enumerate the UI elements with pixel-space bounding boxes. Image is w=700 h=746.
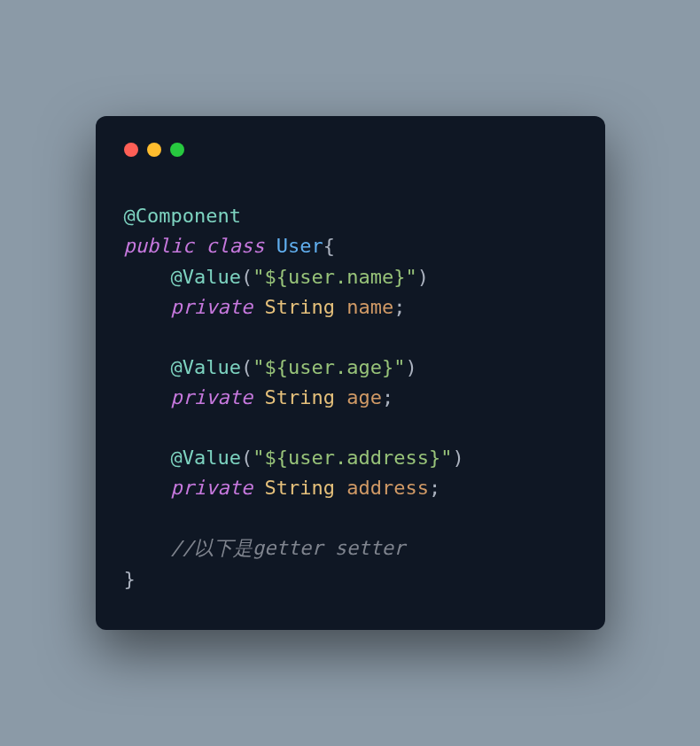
paren-close: )	[417, 266, 429, 288]
keyword-public: public	[124, 235, 194, 257]
semicolon: ;	[382, 386, 393, 408]
value-name: ${user.name}	[264, 266, 405, 288]
annotation-value: @Value	[170, 447, 240, 469]
semicolon: ;	[429, 477, 440, 499]
quote: "	[440, 447, 452, 469]
type-string: String	[264, 386, 334, 408]
traffic-lights	[124, 143, 577, 157]
paren-open: (	[241, 356, 253, 378]
quote: "	[253, 356, 264, 378]
annotation-value: @Value	[170, 356, 240, 378]
annotation-value: @Value	[170, 266, 240, 288]
keyword-private: private	[170, 477, 253, 499]
space	[264, 235, 276, 257]
keyword-class: class	[206, 235, 264, 257]
indent	[124, 386, 171, 408]
field-name: name	[346, 296, 393, 318]
minimize-icon[interactable]	[147, 143, 161, 157]
paren-open: (	[241, 447, 253, 469]
indent	[124, 477, 171, 499]
close-icon[interactable]	[124, 143, 138, 157]
quote: "	[405, 266, 416, 288]
annotation-component: @Component	[124, 205, 241, 227]
code-window: @Component public class User{ @Value("${…	[96, 116, 605, 629]
brace-open: {	[323, 235, 335, 257]
type-string: String	[264, 296, 334, 318]
semicolon: ;	[393, 296, 405, 318]
quote: "	[393, 356, 405, 378]
space	[253, 386, 264, 408]
field-address: address	[346, 477, 429, 499]
space	[253, 296, 264, 318]
class-name: User	[276, 235, 323, 257]
paren-close: )	[452, 447, 463, 469]
brace-close: }	[124, 568, 136, 590]
space	[335, 477, 346, 499]
type-string: String	[264, 477, 334, 499]
value-age: ${user.age}	[264, 356, 393, 378]
keyword-private: private	[170, 386, 253, 408]
space	[194, 235, 206, 257]
quote: "	[253, 447, 264, 469]
paren-close: )	[405, 356, 416, 378]
comment: //以下是getter setter	[170, 537, 405, 559]
indent	[124, 296, 171, 318]
space	[253, 477, 264, 499]
indent	[124, 356, 171, 378]
indent	[124, 266, 171, 288]
quote: "	[253, 266, 264, 288]
keyword-private: private	[170, 296, 253, 318]
value-address: ${user.address}	[264, 447, 440, 469]
field-age: age	[346, 386, 382, 408]
indent	[124, 537, 171, 559]
paren-open: (	[241, 266, 253, 288]
space	[335, 296, 346, 318]
maximize-icon[interactable]	[170, 143, 184, 157]
space	[335, 386, 346, 408]
indent	[124, 447, 171, 469]
code-block: @Component public class User{ @Value("${…	[124, 201, 577, 594]
